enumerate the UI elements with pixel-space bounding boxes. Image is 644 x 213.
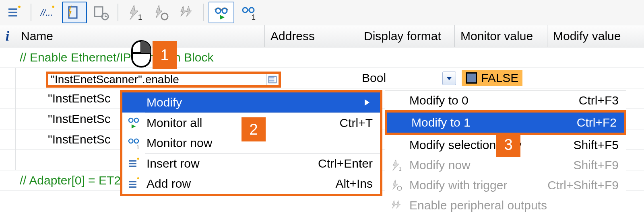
var-name: "InstEnetSc (48, 92, 111, 105)
svg-point-20 (129, 118, 133, 122)
monitor-value: FALSE (481, 71, 518, 85)
flash-1-icon[interactable]: 1 (123, 2, 147, 23)
step-badge-1: 1 (153, 41, 177, 69)
col-modify[interactable]: Modify value (547, 25, 644, 47)
svg-text://...: //... (40, 8, 53, 18)
trigger-active-icon[interactable] (62, 2, 87, 23)
svg-point-24 (134, 139, 138, 143)
comment-icon[interactable]: //... (36, 2, 60, 23)
flash-time-icon[interactable] (149, 2, 172, 23)
menu-label: Insert row (145, 157, 318, 170)
menu-label: Modify to 0 (408, 94, 579, 107)
flash-1-icon: 1 (385, 159, 408, 171)
context-menu: Modify Monitor all Ctrl+T 1 Monitor now … (120, 90, 382, 196)
svg-text:1: 1 (138, 13, 142, 20)
svg-point-27 (397, 186, 402, 190)
mouse-right-click-icon (130, 39, 153, 72)
insert-row-menu-icon (122, 157, 145, 170)
col-monitor[interactable]: Monitor value (455, 25, 547, 47)
monitor-value-cell: FALSE (462, 70, 522, 86)
svg-marker-8 (220, 15, 225, 20)
svg-point-9 (243, 8, 248, 12)
col-info[interactable]: i (0, 25, 15, 47)
submenu-item-modify-0[interactable]: Modify to 0 Ctrl+F3 (385, 90, 626, 111)
menu-item-add-row[interactable]: Add row Alt+Ins (122, 174, 380, 194)
menu-shortcut: Ctrl+T (340, 116, 380, 130)
monitor-goggles-play-icon[interactable] (208, 2, 234, 23)
svg-point-7 (222, 8, 227, 13)
submenu-highlight: Modify to 1 Ctrl+F2 (385, 110, 626, 135)
add-row-menu-icon (122, 177, 145, 190)
insert-row-icon[interactable] (2, 2, 26, 23)
toolbar: //... 1 1 (0, 0, 644, 25)
menu-shortcut: Shift+F9 (573, 158, 626, 172)
flash-multi-icon[interactable] (175, 2, 198, 23)
svg-rect-13 (269, 77, 275, 79)
submenu-item-enable-peripheral: Enable peripheral outputs (385, 195, 626, 213)
col-display[interactable]: Display format (358, 25, 455, 47)
menu-shortcut: Shift+F5 (573, 138, 626, 152)
selected-name-cell[interactable]: "InstEnetScanner".enable (46, 72, 281, 88)
svg-point-6 (216, 8, 221, 13)
menu-item-insert-row[interactable]: Insert row Ctrl+Enter (122, 154, 380, 174)
menu-label: Modify with trigger (408, 178, 547, 192)
trigger-time-icon[interactable] (89, 2, 113, 23)
step-badge-3: 3 (496, 133, 520, 157)
menu-shortcut: Ctrl+F3 (579, 94, 626, 107)
comment-text: // Adapter[0] = ET200 (16, 174, 134, 187)
submenu-item-modify-1[interactable]: Modify to 1 Ctrl+F2 (387, 113, 624, 133)
svg-text:1: 1 (136, 144, 140, 150)
svg-rect-14 (269, 80, 275, 82)
menu-shortcut: Ctrl+F2 (577, 116, 624, 129)
svg-point-21 (134, 118, 138, 122)
menu-label: Modify to 1 (410, 116, 577, 129)
var-name: "InstEnetSc (48, 112, 111, 126)
menu-shortcut: Ctrl+Enter (318, 157, 380, 170)
menu-label: Modify selection now (408, 138, 573, 152)
flash-multi-icon (385, 199, 408, 211)
comment-text: // Enable Ethernet/IP Function Block (16, 51, 213, 64)
svg-marker-12 (447, 77, 452, 80)
display-format-dropdown[interactable]: Bool (362, 70, 458, 86)
dropdown-arrow-icon[interactable] (442, 72, 456, 85)
svg-text:1: 1 (399, 166, 402, 172)
tag-browser-icon[interactable] (266, 74, 279, 85)
flash-time-icon (385, 179, 408, 191)
menu-label: Modify now (408, 158, 573, 172)
monitor-goggles-1-icon[interactable]: 1 (237, 2, 260, 23)
menu-label: Add row (145, 177, 335, 190)
svg-text:1: 1 (252, 13, 256, 20)
svg-rect-2 (95, 7, 103, 16)
menu-shortcut: Ctrl+Shift+F9 (547, 178, 626, 192)
monitor-now-icon: 1 (122, 136, 145, 150)
submenu-item-modify-trigger: Modify with trigger Ctrl+Shift+F9 (385, 175, 626, 195)
menu-label: Modify (145, 96, 364, 109)
svg-point-10 (249, 8, 254, 12)
svg-point-23 (129, 139, 133, 143)
bool-indicator-icon (466, 72, 477, 84)
submenu-arrow-icon (364, 96, 380, 109)
var-name: "InstEnetSc (48, 133, 111, 146)
menu-label: Enable peripheral outputs (408, 199, 626, 212)
step-badge-2: 2 (242, 117, 266, 141)
col-address[interactable]: Address (265, 25, 358, 47)
menu-shortcut: Alt+Ins (335, 177, 380, 190)
variable-name-input[interactable]: "InstEnetScanner".enable (48, 73, 266, 86)
comment-row-1: // Enable Ethernet/IP Function Block (0, 47, 644, 68)
svg-point-5 (161, 13, 168, 20)
monitor-all-icon (122, 116, 145, 130)
submenu-item-modify-now: 1 Modify now Shift+F9 (385, 155, 626, 175)
svg-marker-22 (132, 124, 136, 128)
display-format-value: Bool (362, 71, 386, 85)
column-headers: i Name Address Display format Monitor va… (0, 25, 644, 47)
menu-item-modify[interactable]: Modify (122, 92, 380, 113)
svg-marker-19 (365, 99, 369, 106)
